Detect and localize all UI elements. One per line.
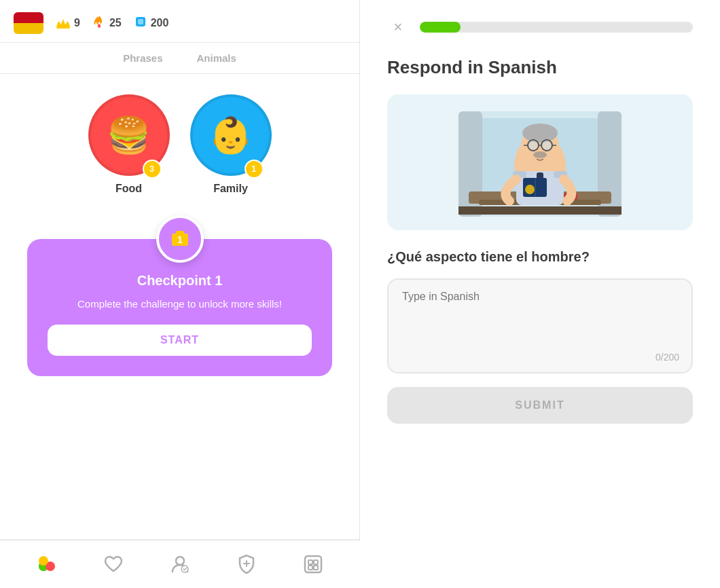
- svg-rect-17: [308, 566, 312, 570]
- close-button[interactable]: ×: [387, 16, 409, 38]
- checkpoint-desc: Complete the challenge to unlock more sk…: [77, 297, 282, 312]
- nav-shield-button[interactable]: [232, 549, 262, 579]
- checkpoint-title: Checkpoint 1: [137, 273, 223, 289]
- skill-circle-food: 🍔 3: [88, 94, 170, 176]
- answer-input[interactable]: [402, 291, 678, 359]
- gem-icon: [134, 15, 147, 31]
- lesson-header: ×: [387, 16, 693, 38]
- skills-section: 🍔 3 Food 👶 1 Family: [0, 74, 359, 208]
- top-bar: 9 25 200: [0, 0, 359, 43]
- family-emoji: 👶: [209, 115, 253, 156]
- flag-spanish[interactable]: [14, 12, 43, 34]
- nav-profile-button[interactable]: [165, 549, 195, 579]
- food-badge: 3: [143, 160, 162, 179]
- progress-bar: [420, 22, 693, 33]
- svg-point-10: [176, 557, 184, 565]
- left-panel: 9 25 200 Phrases Animals: [0, 0, 360, 588]
- submit-button[interactable]: SUBMIT: [387, 387, 693, 424]
- svg-rect-0: [56, 26, 70, 29]
- svg-point-32: [528, 140, 539, 151]
- svg-rect-39: [535, 178, 536, 197]
- fire-stat: 25: [92, 14, 122, 32]
- skill-family[interactable]: 👶 1 Family: [190, 94, 272, 195]
- fire-value: 25: [109, 17, 122, 29]
- crowns-value: 9: [74, 17, 80, 29]
- checkpoint-icon: 1: [156, 215, 204, 263]
- nav-phrases[interactable]: Phrases: [123, 52, 162, 64]
- skill-food[interactable]: 🍔 3 Food: [88, 94, 170, 195]
- officer-illustration: [431, 98, 649, 227]
- char-count: 0/200: [655, 352, 679, 363]
- nav-hearts-button[interactable]: [98, 549, 128, 579]
- progress-fill: [420, 22, 461, 33]
- svg-rect-15: [308, 560, 312, 564]
- family-badge: 1: [245, 160, 264, 179]
- svg-point-33: [541, 140, 552, 151]
- gems-stat: 200: [134, 15, 169, 31]
- skill-circle-family: 👶 1: [190, 94, 272, 176]
- svg-rect-18: [314, 566, 318, 570]
- nav-scroll: Phrases Animals: [0, 43, 359, 74]
- svg-text:1: 1: [177, 234, 183, 245]
- nav-store-button[interactable]: [298, 549, 328, 579]
- answer-area: 0/200: [387, 278, 693, 373]
- fire-icon: [92, 14, 106, 32]
- crowns-stat: 9: [56, 17, 80, 29]
- food-label: Food: [115, 183, 142, 195]
- right-panel: × Respond in Spanish: [360, 0, 720, 588]
- checkpoint-area: 1 Checkpoint 1 Complete the challenge to…: [0, 208, 359, 390]
- nav-animals[interactable]: Animals: [197, 52, 236, 64]
- food-emoji: 🍔: [107, 115, 151, 156]
- gems-value: 200: [151, 17, 169, 29]
- svg-point-31: [522, 124, 558, 143]
- svg-point-9: [39, 556, 48, 566]
- svg-point-40: [525, 185, 535, 194]
- lesson-title: Respond in Spanish: [387, 57, 693, 78]
- crown-icon: [56, 17, 71, 29]
- bottom-nav: [0, 539, 360, 588]
- start-button[interactable]: START: [48, 325, 312, 356]
- svg-point-37: [533, 151, 547, 158]
- nav-home-button[interactable]: [32, 549, 62, 579]
- svg-rect-14: [305, 556, 321, 572]
- svg-rect-16: [314, 560, 318, 564]
- question-text: ¿Qué aspecto tiene el hombre?: [387, 249, 693, 265]
- svg-rect-2: [138, 19, 143, 24]
- family-label: Family: [213, 183, 248, 195]
- svg-rect-43: [458, 206, 622, 215]
- illustration-box: [387, 94, 693, 230]
